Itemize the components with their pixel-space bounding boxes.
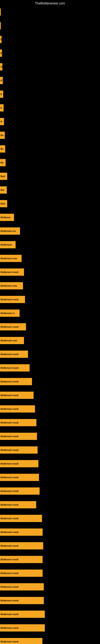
bar-row — [0, 20, 100, 32]
bar-label: Bottleneck result — [0, 517, 18, 520]
bar — [0, 8, 1, 16]
bar-label: Bottleneck res — [0, 230, 16, 232]
bar: Bottleneck result — [0, 460, 38, 467]
bar-label: Bottleneck result — [0, 380, 18, 383]
bar-row: Bottleneck result — [0, 567, 100, 579]
bar-label: Bottleneck result — [0, 613, 18, 616]
bar: Bottleneck res — [0, 228, 20, 235]
bar-row: Bottleneck result — [0, 512, 100, 524]
bar-row: Bottleneck result — [0, 485, 100, 497]
bar-row: Bottleneck result — [0, 622, 100, 634]
bar-label: Bottleneck resu — [0, 339, 17, 342]
bar-label: Bottleneck result — [0, 449, 18, 451]
bar: Bottleneck re — [0, 310, 20, 317]
bar: Bottleneck result — [0, 405, 35, 412]
bar-label: Bott — [0, 175, 5, 178]
bar-row: Bottleneck resu — [0, 334, 100, 346]
bar-row: Bo — [0, 143, 100, 155]
bar-row: Bottleneck result — [0, 266, 100, 278]
bar: E — [0, 104, 3, 112]
bar-row: B — [0, 116, 100, 128]
bar-label: Bottleneck result — [0, 476, 18, 478]
bar: Bottleneck resu — [0, 282, 23, 290]
bar: Bottleneck resu — [0, 337, 24, 344]
bar-row: Bottleneck result — [0, 458, 100, 470]
bar: Bottleneck result — [0, 419, 36, 426]
bar-row: Bott — [0, 170, 100, 182]
bar-label: E — [0, 107, 2, 109]
bar: E — [0, 90, 3, 98]
bar-row: Bo — [0, 129, 100, 141]
bar-row: Bottleneck — [0, 239, 100, 251]
bar-row: Bottleneck result — [0, 526, 100, 538]
bar-row: Bottleneck result — [0, 389, 100, 401]
bar-row: Bottleneck result — [0, 581, 100, 593]
bar-row: E — [0, 34, 100, 46]
bar-label: Bottleneck result — [0, 367, 18, 369]
bar-label: Bottleneck resu — [0, 257, 17, 260]
bar-row: H — [0, 61, 100, 73]
bar: Bot — [0, 186, 7, 194]
bar-row: Bottleneck resu — [0, 280, 100, 292]
bar-row: Bo — [0, 156, 100, 169]
bar-label: Bot — [0, 189, 4, 191]
bar: Bottleneck result — [0, 433, 37, 440]
bar: B — [0, 118, 4, 125]
bar: E — [0, 36, 1, 43]
bar-label: Bo — [0, 134, 3, 136]
bar: Bottleneck result — [0, 268, 24, 276]
bar: Bo — [0, 132, 5, 139]
bar-label: E — [0, 52, 2, 54]
bar: Bo — [0, 159, 6, 166]
bar-label: Bo — [0, 148, 3, 150]
bar-row: Bottleneck res — [0, 225, 100, 237]
bar-label: B — [0, 120, 2, 123]
bar: Bottleneck result — [0, 528, 43, 536]
bar-row — [0, 6, 100, 18]
bar-row: E — [0, 102, 100, 114]
bar-row: Bottleneck result — [0, 294, 100, 306]
bar-row: Bot — [0, 184, 100, 196]
bar-label: Bottleneck result — [0, 435, 18, 438]
bar-label: E — [0, 38, 1, 41]
bar: Bottleneck result — [0, 583, 44, 590]
bar-label: Bottleneck result — [0, 627, 18, 629]
bar-label: Bottleneck result — [0, 422, 18, 424]
bar-row: Bottlenec — [0, 211, 100, 224]
bar-row: Bottleneck result — [0, 321, 100, 333]
bar-label: Bottleneck result — [0, 271, 18, 273]
bar: Bott — [0, 173, 7, 180]
bar: Bottleneck result — [0, 597, 44, 604]
bar-row: Bottleneck result — [0, 376, 100, 388]
bar-label: Bottleneck result — [0, 640, 18, 643]
bar: Bottleneck result — [0, 542, 43, 550]
bar: Bottleneck result — [0, 296, 25, 303]
bar-row: Bottleneck re — [0, 307, 100, 319]
bar-label: Bottleneck re — [0, 312, 15, 314]
bar: E — [0, 50, 2, 57]
bar: Bottleneck result — [0, 624, 45, 632]
bar: Bottleneck result — [0, 392, 34, 399]
bar: Bottlenec — [0, 214, 14, 221]
bar-label: Bottleneck result — [0, 531, 18, 533]
bar-row: Bottleneck result — [0, 540, 100, 552]
bar: Bottleneck result — [0, 515, 42, 522]
bar-row: E — [0, 88, 100, 100]
bar-label: Bottleneck result — [0, 298, 18, 301]
bar-label: Bottleneck result — [0, 326, 18, 328]
bar-row: Bottleneck result — [0, 444, 100, 456]
bar-label: Bottleneck result — [0, 586, 18, 588]
bar-label: B — [0, 79, 2, 82]
bar: Bottleneck result — [0, 488, 40, 495]
site-title: TheBottlenecker.com — [0, 0, 100, 7]
bar-label: Bottleneck result — [0, 490, 18, 492]
bar-row: E — [0, 47, 100, 59]
bar: Bottleneck result — [0, 570, 43, 577]
bar-label: Bottleneck result — [0, 504, 18, 506]
bar-label: Bottleneck result — [0, 572, 18, 574]
bar-label: Bottleneck result — [0, 558, 18, 561]
bar-row: Bottleneck result — [0, 430, 100, 442]
bar-row: Bott — [0, 198, 100, 210]
bar-row: Bottleneck result — [0, 594, 100, 606]
bar-label: Bottleneck result — [0, 599, 18, 602]
